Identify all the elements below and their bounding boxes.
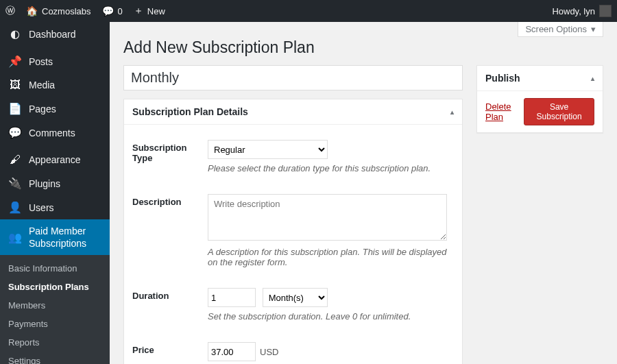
comment-icon: 💬 [102,5,114,16]
media-icon: 🖼 [8,79,22,91]
delete-plan-link[interactable]: Delete Plan [485,101,524,122]
wordpress-icon: ⓦ [5,5,15,17]
comments-link[interactable]: 💬0 [102,5,123,16]
site-name: Cozmoslabs [42,6,91,16]
subscription-type-label: Subscription Type [132,133,208,187]
submenu-members[interactable]: Members [0,296,110,315]
admin-sidebar: ◐Dashboard 📌Posts 🖼Media 📄Pages 💬Comment… [0,22,110,364]
new-label: New [147,6,165,16]
duration-input[interactable] [208,288,256,307]
sidebar-item-media[interactable]: 🖼Media [0,73,110,97]
submenu-payments[interactable]: Payments [0,315,110,333]
price-label: Price [132,335,208,364]
submenu-settings[interactable]: Settings [0,352,110,364]
sidebar-item-comments[interactable]: 💬Comments [0,121,110,145]
plan-title-input[interactable] [123,65,463,90]
avatar [599,5,612,17]
sidebar-item-plugins[interactable]: 🔌Plugins [0,171,110,195]
description-textarea[interactable] [208,194,447,241]
wp-logo[interactable]: ⓦ [5,5,15,17]
sidebar-item-dashboard[interactable]: ◐Dashboard [0,22,110,46]
users-icon: 👤 [8,201,22,214]
comments-icon: 💬 [8,126,22,139]
home-icon: 🏠 [26,5,38,16]
price-currency: USD [260,347,278,357]
sidebar-item-paid-member-subscriptions[interactable]: 👥Paid Member Subscriptions [0,219,110,255]
submenu-reports[interactable]: Reports [0,333,110,352]
howdy-text: Howdy, lyn [552,6,595,16]
price-input[interactable] [208,342,256,361]
pages-icon: 📄 [8,102,22,115]
subscriptions-icon: 👥 [8,231,22,244]
duration-unit-select[interactable]: Month(s) [263,288,328,307]
sidebar-item-pages[interactable]: 📄Pages [0,97,110,121]
sidebar-item-posts[interactable]: 📌Posts [0,49,110,73]
publish-box-header[interactable]: Publish ▴ [477,66,603,91]
subscription-plan-details-box: Subscription Plan Details ▴ Subscription… [123,99,463,364]
sidebar-item-users[interactable]: 👤Users [0,195,110,219]
plugins-icon: 🔌 [8,177,22,190]
description-desc: A description for this subscription plan… [208,247,447,267]
dashboard-icon: ◐ [8,27,22,40]
duration-label: Duration [132,281,208,335]
site-name-link[interactable]: 🏠Cozmoslabs [26,5,91,16]
chevron-down-icon: ▾ [591,24,596,34]
submenu-basic-information[interactable]: Basic Information [0,259,110,278]
details-heading: Subscription Plan Details [132,106,248,117]
publish-heading: Publish [485,73,520,84]
admin-bar: ⓦ 🏠Cozmoslabs 💬0 ＋New Howdy, lyn [0,0,617,22]
subscription-type-select[interactable]: Regular [208,140,328,159]
page-title: Add New Subscription Plan [123,38,603,57]
comments-count: 0 [118,6,123,16]
plus-icon: ＋ [134,5,143,17]
new-content-link[interactable]: ＋New [134,5,165,17]
duration-desc: Set the subscription duration. Leave 0 f… [208,311,447,321]
sidebar-item-appearance[interactable]: 🖌Appearance [0,148,110,171]
appearance-icon: 🖌 [8,154,22,166]
toggle-icon: ▴ [591,75,594,82]
screen-options-toggle[interactable]: Screen Options▾ [518,22,603,37]
details-box-header[interactable]: Subscription Plan Details ▴ [124,99,462,125]
howdy-link[interactable]: Howdy, lyn [552,5,612,17]
main-content: Screen Options▾ Add New Subscription Pla… [110,22,617,364]
posts-icon: 📌 [8,55,22,68]
sidebar-submenu: Basic Information Subscription Plans Mem… [0,255,110,364]
save-subscription-button[interactable]: Save Subscription [524,98,594,125]
submenu-subscription-plans[interactable]: Subscription Plans [0,278,110,296]
description-label: Description [132,187,208,281]
publish-box: Publish ▴ Delete Plan Save Subscription [476,65,603,133]
toggle-icon: ▴ [450,108,454,116]
subscription-type-desc: Please select the duration type for this… [208,163,447,173]
